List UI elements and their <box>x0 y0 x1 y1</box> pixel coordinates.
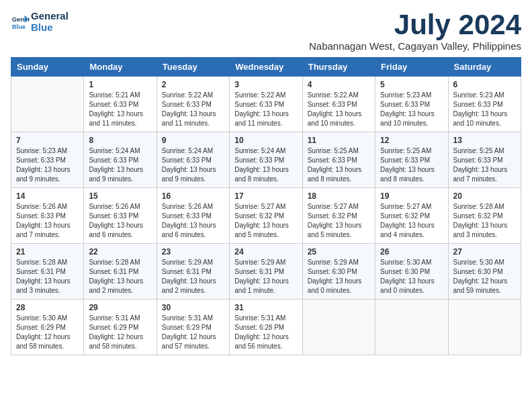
calendar-cell: 23Sunrise: 5:29 AM Sunset: 6:31 PM Dayli… <box>157 244 229 300</box>
calendar-cell: 28Sunrise: 5:30 AM Sunset: 6:29 PM Dayli… <box>11 300 84 355</box>
day-info: Sunrise: 5:22 AM Sunset: 6:33 PM Dayligh… <box>162 91 224 128</box>
day-number: 16 <box>162 191 224 201</box>
calendar-cell: 16Sunrise: 5:26 AM Sunset: 6:33 PM Dayli… <box>157 188 229 244</box>
calendar-cell: 22Sunrise: 5:28 AM Sunset: 6:31 PM Dayli… <box>84 244 157 300</box>
day-info: Sunrise: 5:29 AM Sunset: 6:31 PM Dayligh… <box>234 258 297 295</box>
calendar-cell: 19Sunrise: 5:27 AM Sunset: 6:32 PM Dayli… <box>375 188 448 244</box>
day-number: 1 <box>89 80 151 89</box>
day-number: 23 <box>162 247 224 257</box>
calendar-cell: 8Sunrise: 5:24 AM Sunset: 6:33 PM Daylig… <box>84 132 157 188</box>
day-number: 26 <box>380 247 443 257</box>
day-info: Sunrise: 5:27 AM Sunset: 6:32 PM Dayligh… <box>308 202 370 240</box>
day-number: 21 <box>16 247 79 257</box>
calendar-cell: 21Sunrise: 5:28 AM Sunset: 6:31 PM Dayli… <box>11 244 84 300</box>
day-number: 30 <box>162 303 224 312</box>
day-info: Sunrise: 5:27 AM Sunset: 6:32 PM Dayligh… <box>380 202 443 240</box>
location: Nabannagan West, Cagayan Valley, Philipp… <box>309 40 521 52</box>
col-header-wednesday: Wednesday <box>230 58 302 77</box>
day-number: 15 <box>89 191 151 201</box>
day-info: Sunrise: 5:22 AM Sunset: 6:33 PM Dayligh… <box>308 91 370 128</box>
calendar-cell: 11Sunrise: 5:25 AM Sunset: 6:33 PM Dayli… <box>302 132 375 188</box>
day-number: 2 <box>162 80 224 89</box>
logo-line1: General <box>31 11 69 22</box>
day-number: 6 <box>453 80 516 89</box>
day-info: Sunrise: 5:30 AM Sunset: 6:30 PM Dayligh… <box>453 258 516 295</box>
calendar-cell <box>302 300 375 355</box>
page-header: General Blue General Blue July 2024 Naba… <box>11 11 521 52</box>
day-info: Sunrise: 5:28 AM Sunset: 6:31 PM Dayligh… <box>16 258 79 295</box>
day-number: 14 <box>16 191 79 201</box>
day-info: Sunrise: 5:25 AM Sunset: 6:33 PM Dayligh… <box>453 146 516 184</box>
col-header-friday: Friday <box>375 58 448 77</box>
day-number: 25 <box>308 247 370 257</box>
calendar-cell: 26Sunrise: 5:30 AM Sunset: 6:30 PM Dayli… <box>375 244 448 300</box>
col-header-saturday: Saturday <box>448 58 521 77</box>
calendar-cell: 10Sunrise: 5:24 AM Sunset: 6:33 PM Dayli… <box>230 132 302 188</box>
day-info: Sunrise: 5:24 AM Sunset: 6:33 PM Dayligh… <box>162 146 224 184</box>
calendar-cell: 9Sunrise: 5:24 AM Sunset: 6:33 PM Daylig… <box>157 132 229 188</box>
day-info: Sunrise: 5:29 AM Sunset: 6:31 PM Dayligh… <box>162 258 224 295</box>
day-number: 17 <box>234 191 297 201</box>
day-info: Sunrise: 5:26 AM Sunset: 6:33 PM Dayligh… <box>16 202 79 240</box>
day-number: 20 <box>453 191 516 201</box>
day-info: Sunrise: 5:24 AM Sunset: 6:33 PM Dayligh… <box>89 146 151 184</box>
day-number: 3 <box>234 80 297 89</box>
day-number: 10 <box>234 136 297 145</box>
day-number: 29 <box>89 303 151 312</box>
day-number: 18 <box>308 191 370 201</box>
calendar-cell: 4Sunrise: 5:22 AM Sunset: 6:33 PM Daylig… <box>302 77 375 132</box>
day-number: 8 <box>89 136 151 145</box>
day-info: Sunrise: 5:31 AM Sunset: 6:29 PM Dayligh… <box>162 314 224 351</box>
calendar-cell: 14Sunrise: 5:26 AM Sunset: 6:33 PM Dayli… <box>11 188 84 244</box>
calendar-cell: 18Sunrise: 5:27 AM Sunset: 6:32 PM Dayli… <box>302 188 375 244</box>
logo-icon: General Blue <box>11 13 30 32</box>
day-number: 5 <box>380 80 443 89</box>
calendar-cell <box>11 77 84 132</box>
col-header-thursday: Thursday <box>302 58 375 77</box>
day-number: 27 <box>453 247 516 257</box>
calendar-cell: 2Sunrise: 5:22 AM Sunset: 6:33 PM Daylig… <box>157 77 229 132</box>
calendar-cell <box>375 300 448 355</box>
day-info: Sunrise: 5:27 AM Sunset: 6:32 PM Dayligh… <box>234 202 297 240</box>
day-info: Sunrise: 5:24 AM Sunset: 6:33 PM Dayligh… <box>234 146 297 184</box>
svg-text:Blue: Blue <box>12 24 26 30</box>
day-info: Sunrise: 5:23 AM Sunset: 6:33 PM Dayligh… <box>380 91 443 128</box>
day-info: Sunrise: 5:31 AM Sunset: 6:28 PM Dayligh… <box>234 314 297 351</box>
day-info: Sunrise: 5:26 AM Sunset: 6:33 PM Dayligh… <box>162 202 224 240</box>
calendar-cell: 13Sunrise: 5:25 AM Sunset: 6:33 PM Dayli… <box>448 132 521 188</box>
title-section: July 2024 Nabannagan West, Cagayan Valle… <box>309 11 521 52</box>
day-number: 4 <box>308 80 370 89</box>
calendar-cell: 6Sunrise: 5:23 AM Sunset: 6:33 PM Daylig… <box>448 77 521 132</box>
calendar-header: SundayMondayTuesdayWednesdayThursdayFrid… <box>11 58 521 77</box>
calendar-cell: 3Sunrise: 5:22 AM Sunset: 6:33 PM Daylig… <box>230 77 302 132</box>
day-number: 7 <box>16 136 79 145</box>
day-info: Sunrise: 5:21 AM Sunset: 6:33 PM Dayligh… <box>89 91 151 128</box>
calendar-cell: 29Sunrise: 5:31 AM Sunset: 6:29 PM Dayli… <box>84 300 157 355</box>
logo: General Blue General Blue <box>11 11 69 33</box>
day-info: Sunrise: 5:23 AM Sunset: 6:33 PM Dayligh… <box>16 146 79 184</box>
day-info: Sunrise: 5:25 AM Sunset: 6:33 PM Dayligh… <box>380 146 443 184</box>
day-info: Sunrise: 5:28 AM Sunset: 6:32 PM Dayligh… <box>453 202 516 240</box>
calendar-cell: 30Sunrise: 5:31 AM Sunset: 6:29 PM Dayli… <box>157 300 229 355</box>
col-header-monday: Monday <box>84 58 157 77</box>
day-number: 31 <box>234 303 297 312</box>
calendar-cell: 31Sunrise: 5:31 AM Sunset: 6:28 PM Dayli… <box>230 300 302 355</box>
calendar-cell: 7Sunrise: 5:23 AM Sunset: 6:33 PM Daylig… <box>11 132 84 188</box>
calendar-table: SundayMondayTuesdayWednesdayThursdayFrid… <box>11 57 521 355</box>
calendar-cell: 12Sunrise: 5:25 AM Sunset: 6:33 PM Dayli… <box>375 132 448 188</box>
day-number: 24 <box>234 247 297 257</box>
day-info: Sunrise: 5:28 AM Sunset: 6:31 PM Dayligh… <box>89 258 151 295</box>
calendar-cell: 17Sunrise: 5:27 AM Sunset: 6:32 PM Dayli… <box>230 188 302 244</box>
month-title: July 2024 <box>309 11 521 39</box>
logo-line2: Blue <box>31 22 69 34</box>
calendar-cell: 15Sunrise: 5:26 AM Sunset: 6:33 PM Dayli… <box>84 188 157 244</box>
day-number: 28 <box>16 303 79 312</box>
calendar-cell: 27Sunrise: 5:30 AM Sunset: 6:30 PM Dayli… <box>448 244 521 300</box>
col-header-tuesday: Tuesday <box>157 58 229 77</box>
day-info: Sunrise: 5:30 AM Sunset: 6:30 PM Dayligh… <box>380 258 443 295</box>
day-info: Sunrise: 5:23 AM Sunset: 6:33 PM Dayligh… <box>453 91 516 128</box>
day-number: 12 <box>380 136 443 145</box>
day-number: 19 <box>380 191 443 201</box>
day-info: Sunrise: 5:22 AM Sunset: 6:33 PM Dayligh… <box>234 91 297 128</box>
calendar-cell: 20Sunrise: 5:28 AM Sunset: 6:32 PM Dayli… <box>448 188 521 244</box>
